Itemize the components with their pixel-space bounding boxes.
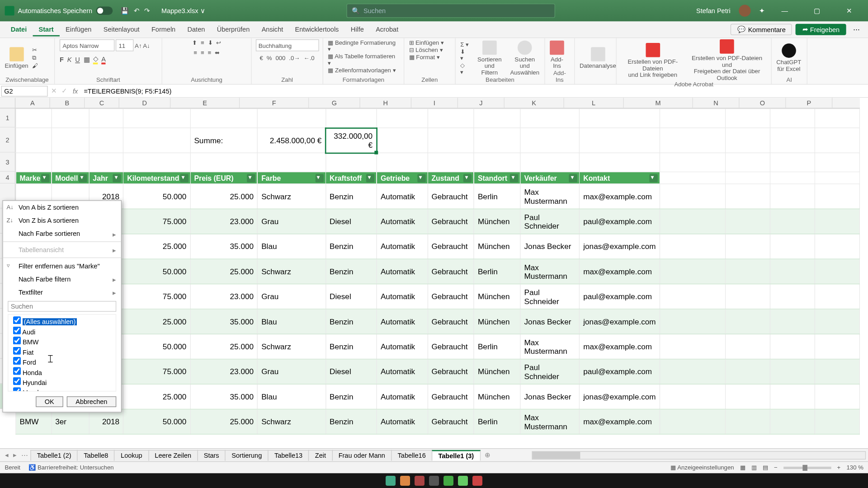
col-header[interactable]: O: [740, 98, 786, 108]
sheet-tab[interactable]: Tabelle16: [391, 450, 432, 460]
font-color-icon[interactable]: A: [101, 55, 106, 64]
font-size-select[interactable]: 11: [116, 39, 134, 51]
taskbar-icon[interactable]: [443, 476, 453, 486]
col-header[interactable]: K: [505, 98, 564, 108]
fx-icon[interactable]: fx: [69, 87, 81, 94]
col-header[interactable]: C: [85, 98, 119, 108]
sheet-tab[interactable]: Tabelle13: [268, 450, 309, 460]
ribbon-tab-überprüfen[interactable]: Überprüfen: [211, 23, 255, 36]
format-cells-button[interactable]: ▦ Format ▾: [409, 54, 440, 61]
sort-az-item[interactable]: A↓Von A bis Z sortieren: [3, 201, 121, 214]
clear-filter-item[interactable]: ▿Filter entfernen aus "Marke": [3, 259, 121, 272]
col-header[interactable]: D: [119, 98, 170, 108]
copy-icon[interactable]: ⧉: [32, 54, 38, 61]
table-header-kontakt[interactable]: Kontakt: [580, 172, 660, 184]
filter-ok-button[interactable]: OK: [36, 396, 63, 407]
table-row[interactable]: BMWX3201925.00035.000BlauBenzinAutomatik…: [16, 384, 859, 409]
user-avatar[interactable]: [739, 5, 750, 17]
sheet-nav-next[interactable]: ▸: [11, 451, 19, 459]
enter-formula-icon[interactable]: ✓: [59, 87, 69, 95]
col-header[interactable]: I: [411, 98, 458, 108]
sheet-tab[interactable]: Tabelle1 (2): [30, 450, 78, 460]
col-header[interactable]: L: [564, 98, 624, 108]
font-name-select[interactable]: Aptos Narrow: [60, 39, 114, 51]
sheet-tab[interactable]: Tabelle8: [77, 450, 115, 460]
filename[interactable]: Mappe3.xlsx ∨: [161, 7, 205, 14]
wrap-text-icon[interactable]: ↩: [216, 39, 221, 46]
taskbar-icon[interactable]: [458, 476, 468, 486]
formula-input[interactable]: =TEILERGEBNIS(9; F5:F145): [81, 87, 868, 94]
bold-button[interactable]: F: [60, 56, 64, 63]
ribbon-tab-daten[interactable]: Daten: [181, 23, 211, 36]
filter-cancel-button[interactable]: Abbrechen: [66, 396, 116, 407]
ribbon-tab-seitenlayout[interactable]: Seitenlayout: [98, 23, 146, 36]
ribbon-tab-ansicht[interactable]: Ansicht: [255, 23, 289, 36]
sheet-tab[interactable]: Zeit: [308, 450, 332, 460]
data-analysis-button[interactable]: Datenanalyse: [580, 47, 616, 69]
chatgpt-button[interactable]: ChatGPT für Excel: [776, 43, 801, 72]
table-format-button[interactable]: ▦ Als Tabelle formatieren ▾: [328, 53, 399, 66]
col-header[interactable]: M: [624, 98, 693, 108]
add-sheet-button[interactable]: ⊕: [480, 451, 495, 459]
table-row[interactable]: 201850.00025.000SchwarzBenzinAutomatikGe…: [16, 184, 859, 209]
filter-arrow-icon[interactable]: [113, 174, 121, 182]
taskbar-icon[interactable]: [472, 476, 482, 486]
find-select-button[interactable]: Suchen und Auswählen: [510, 40, 540, 75]
table-header-kraftstoff[interactable]: Kraftstoff: [326, 172, 377, 184]
column-headers[interactable]: ABCDEFGHIJKLMNOP: [15, 98, 860, 108]
ribbon-tab-formeln[interactable]: Formeln: [146, 23, 182, 36]
taskbar-icon[interactable]: [400, 476, 410, 486]
table-row[interactable]: 201850.00025.000SchwarzBenzinAutomatikGe…: [16, 259, 859, 284]
cell-styles-button[interactable]: ▦ Zellenformatvorlagen ▾: [328, 67, 396, 74]
pdf-share-link-button[interactable]: Erstellen von PDF-Dateien und Link freig…: [621, 42, 684, 78]
filter-checklist[interactable]: (Alles auswählen) Audi BMW Fiat Ford Hon…: [8, 314, 116, 391]
search-box[interactable]: 🔍 Suchen: [346, 4, 555, 18]
table-header-jahr[interactable]: Jahr: [89, 172, 123, 184]
pdf-outlook-button[interactable]: Erstellen von PDF-Dateien und Freigeben …: [688, 39, 766, 81]
undo-icon[interactable]: ↶: [134, 7, 139, 14]
inc-decimal-icon[interactable]: .0→: [289, 55, 300, 61]
table-row[interactable]: 201850.00025.000SchwarzBenzinAutomatikGe…: [16, 334, 859, 359]
table-header-marke[interactable]: Marke: [16, 172, 52, 184]
table-row[interactable]: 201675.00023.000GrauDieselAutomatikGebra…: [16, 209, 859, 234]
select-all-checkbox[interactable]: (Alles auswählen): [13, 316, 111, 326]
table-row[interactable]: BMW3er201850.00025.000SchwarzBenzinAutom…: [16, 409, 859, 434]
align-middle-icon[interactable]: ≡: [201, 39, 204, 46]
ribbon-tab-hilfe[interactable]: Hilfe: [345, 23, 370, 36]
sheet-tab[interactable]: Stars: [197, 450, 226, 460]
zoom-level[interactable]: 130 %: [847, 465, 863, 471]
decrease-font-icon[interactable]: A↓: [143, 42, 150, 49]
zoom-slider[interactable]: [783, 466, 831, 469]
align-center-icon[interactable]: ≡: [201, 49, 204, 56]
col-header[interactable]: G: [309, 98, 360, 108]
autosave-toggle[interactable]: [96, 7, 113, 15]
table-row[interactable]: 201675.00023.000GrauDieselAutomatikGebra…: [16, 284, 859, 309]
ribbon-tab-einfügen[interactable]: Einfügen: [60, 23, 98, 36]
paste-button[interactable]: Einfügen: [5, 47, 28, 69]
filter-item-checkbox[interactable]: Mazda: [13, 387, 111, 392]
autosum-icon[interactable]: Σ ▾: [460, 41, 469, 47]
fill-color-icon[interactable]: ◇: [93, 55, 98, 64]
filter-item-checkbox[interactable]: Ford: [13, 357, 111, 366]
percent-icon[interactable]: %: [267, 55, 272, 61]
ribbon-tab-acrobat[interactable]: Acrobat: [370, 23, 404, 36]
name-box[interactable]: G2: [1, 85, 48, 96]
row-header[interactable]: 4: [0, 172, 15, 183]
sparkle-icon[interactable]: ✦: [759, 7, 764, 14]
user-name[interactable]: Stefan Petri: [696, 7, 731, 14]
filter-arrow-icon[interactable]: [79, 174, 87, 182]
sort-color-item[interactable]: Nach Farbe sortieren▸: [3, 227, 121, 240]
table-header-standort[interactable]: Standort: [474, 172, 520, 184]
row-header[interactable]: 2: [0, 127, 15, 152]
col-header[interactable]: H: [360, 98, 411, 108]
view-layout-icon[interactable]: ▥: [751, 465, 757, 471]
underline-button[interactable]: U: [75, 56, 80, 63]
filter-arrow-icon[interactable]: [569, 174, 577, 182]
border-icon[interactable]: ▦: [84, 56, 90, 63]
sheet-tab[interactable]: Leere Zeilen: [148, 450, 198, 460]
zoom-in-button[interactable]: +: [837, 465, 841, 471]
table-header-farbe[interactable]: Farbe: [258, 172, 326, 184]
clear-icon[interactable]: ◇ ▾: [460, 62, 469, 75]
horizontal-scrollbar[interactable]: [532, 451, 866, 459]
table-row[interactable]: 201925.00035.000BlauBenzinAutomatikGebra…: [16, 309, 859, 334]
